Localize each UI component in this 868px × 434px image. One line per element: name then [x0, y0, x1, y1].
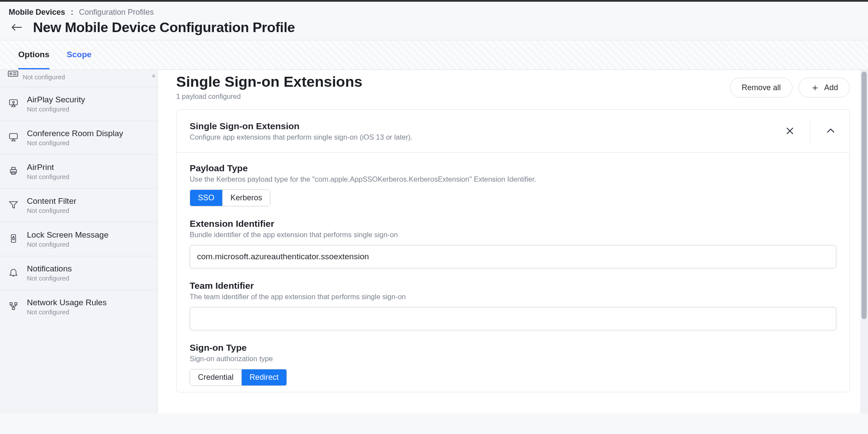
field-signon-type: Sign-on Type Sign-on authorization type … — [190, 343, 836, 386]
svg-rect-19 — [13, 307, 15, 310]
sidebar-item-label: AirPrint — [27, 163, 69, 172]
airplay-lock-icon — [8, 98, 19, 109]
segment-kerberos[interactable]: Kerberos — [222, 190, 270, 206]
sidebar-item-status: Not configured — [27, 173, 69, 180]
filter-icon — [8, 199, 19, 210]
bell-icon — [8, 267, 19, 278]
field-title: Extension Identifier — [190, 219, 836, 229]
sidebar-item-status: Not configured — [27, 274, 72, 282]
team-identifier-input[interactable] — [190, 307, 836, 330]
sidebar-item-conference-room-display[interactable]: Conference Room Display Not configured — [0, 121, 158, 155]
segment-credential[interactable]: Credential — [190, 369, 241, 385]
svg-rect-10 — [10, 170, 16, 173]
breadcrumb-separator: : — [71, 8, 73, 16]
svg-rect-11 — [12, 167, 15, 170]
svg-marker-13 — [10, 202, 17, 208]
segment-redirect[interactable]: Redirect — [241, 369, 286, 385]
phone-lock-icon — [8, 233, 19, 244]
sidebar[interactable]: ▲ Not configured AirPlay Security Not co… — [0, 70, 158, 414]
field-title: Team Identifier — [190, 281, 836, 291]
svg-rect-8 — [10, 134, 17, 139]
sidebar-item-label: AirPlay Security — [27, 95, 85, 104]
extension-identifier-input[interactable] — [190, 245, 836, 268]
scrollbar-thumb[interactable] — [861, 72, 867, 319]
back-arrow-icon[interactable] — [9, 20, 25, 36]
sidebar-item-airplay-security[interactable]: AirPlay Security Not configured — [0, 87, 158, 121]
payload-type-segment[interactable]: SSO Kerberos — [190, 189, 270, 206]
svg-point-7 — [13, 101, 14, 103]
main-content: ▲ Single Sign-on Extensions 1 payload co… — [158, 70, 868, 414]
sidebar-item-partial[interactable]: Not configured — [0, 70, 158, 87]
sidebar-item-label: Lock Screen Message — [27, 230, 108, 240]
scroll-up-icon: ▲ — [151, 72, 157, 78]
sidebar-item-network-usage-rules[interactable]: Network Usage Rules Not configured — [0, 290, 158, 323]
sidebar-item-notifications[interactable]: Notifications Not configured — [0, 256, 158, 290]
field-title: Sign-on Type — [190, 343, 836, 353]
field-extension-identifier: Extension Identifier Bundle identifier o… — [190, 219, 836, 268]
svg-rect-17 — [10, 303, 12, 305]
sidebar-item-label: Notifications — [27, 264, 72, 274]
svg-rect-14 — [11, 235, 16, 242]
field-description: Use the Kerberos payload type for the "c… — [190, 175, 836, 183]
section-subheading: 1 payload configured — [176, 93, 362, 101]
card-description: Configure app extensions that perform si… — [190, 133, 413, 141]
signon-type-segment[interactable]: Credential Redirect — [190, 369, 287, 386]
sidebar-item-label: Conference Room Display — [27, 129, 123, 138]
svg-point-2 — [10, 73, 12, 75]
network-icon — [8, 300, 19, 312]
page-title: New Mobile Device Configuration Profile — [33, 20, 295, 36]
field-team-identifier: Team Identifier The team identifier of t… — [190, 281, 836, 330]
section-heading: Single Sign-on Extensions — [176, 73, 362, 90]
plus-icon: ＋ — [810, 81, 820, 94]
sidebar-item-lock-screen-message[interactable]: Lock Screen Message Not configured — [0, 222, 158, 256]
field-description: Sign-on authorization type — [190, 355, 836, 363]
tab-options[interactable]: Options — [18, 40, 49, 69]
svg-rect-18 — [15, 303, 17, 305]
field-payload-type: Payload Type Use the Kerberos payload ty… — [190, 163, 836, 206]
field-description: The team identifier of the app extension… — [190, 293, 836, 301]
svg-rect-15 — [13, 238, 14, 240]
field-description: Bundle identifier of the app extension t… — [190, 231, 836, 239]
field-title: Payload Type — [190, 163, 836, 173]
tabs-bar: Options Scope — [0, 40, 868, 70]
remove-all-button[interactable]: Remove all — [730, 78, 792, 98]
sidebar-item-status: Not configured — [27, 308, 107, 316]
sidebar-item-label: Network Usage Rules — [27, 298, 107, 307]
breadcrumb: Mobile Devices : Configuration Profiles — [9, 8, 859, 17]
sidebar-item-status: Not configured — [27, 105, 85, 113]
chevron-up-icon[interactable] — [825, 125, 836, 137]
divider — [810, 119, 810, 143]
sidebar-item-label: Content Filter — [27, 196, 76, 206]
sidebar-item-status: Not configured — [27, 139, 123, 147]
printer-icon — [8, 165, 19, 176]
display-icon — [8, 131, 19, 143]
vertical-scrollbar[interactable] — [860, 70, 868, 414]
sidebar-item-status: Not configured — [27, 241, 108, 248]
close-icon[interactable] — [785, 126, 795, 136]
sidebar-item-content-filter[interactable]: Content Filter Not configured — [0, 189, 158, 222]
sidebar-item-airprint[interactable]: AirPrint Not configured — [0, 155, 158, 189]
tab-scope[interactable]: Scope — [67, 40, 92, 69]
segment-sso[interactable]: SSO — [190, 190, 222, 206]
card-title: Single Sign-on Extension — [190, 121, 413, 131]
breadcrumb-primary[interactable]: Mobile Devices — [9, 8, 65, 16]
header: Mobile Devices : Configuration Profiles … — [0, 2, 868, 40]
payload-card: Single Sign-on Extension Configure app e… — [176, 109, 850, 392]
breadcrumb-secondary[interactable]: Configuration Profiles — [79, 8, 154, 16]
sidebar-item-status: Not configured — [27, 207, 76, 214]
add-button[interactable]: ＋ Add — [799, 78, 850, 98]
svg-marker-6 — [12, 104, 15, 107]
